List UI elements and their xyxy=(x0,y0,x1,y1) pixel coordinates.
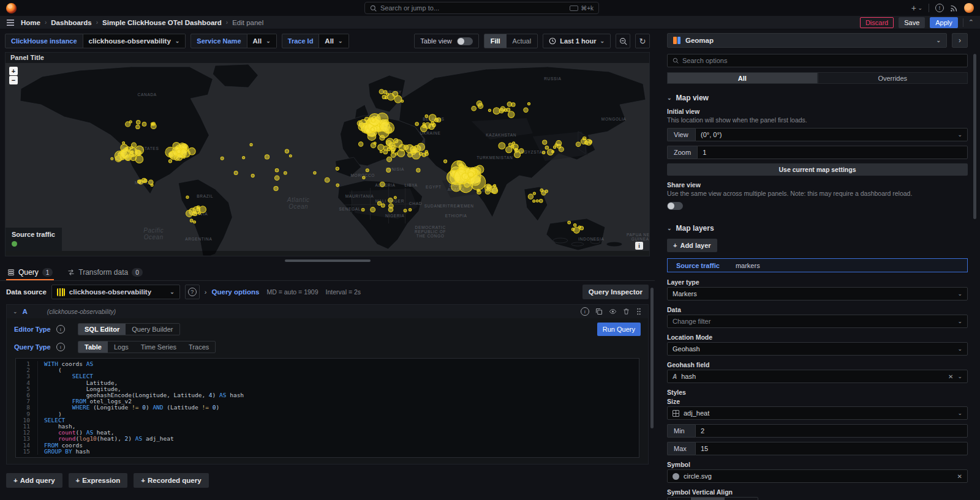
table-view-switch[interactable] xyxy=(457,37,473,45)
chevron-right-icon[interactable]: › xyxy=(205,288,207,296)
help-icon[interactable]: ! xyxy=(935,4,944,12)
max-input[interactable]: 15 xyxy=(695,442,968,455)
datasource-select[interactable]: clickhouse-observability ⌄ xyxy=(51,285,180,299)
chevron-down-icon[interactable]: ⌄ xyxy=(13,308,18,315)
clear-icon[interactable]: ✕ xyxy=(957,473,962,480)
breadcrumb-separator: › xyxy=(96,19,98,26)
search-input[interactable]: Search or jump to... ⌘+k xyxy=(364,2,599,14)
location-mode-select[interactable]: Geohash⌄ xyxy=(667,342,968,356)
visualization-picker[interactable]: Geomap ⌄ xyxy=(667,33,947,48)
query-help-icon[interactable]: i xyxy=(581,307,589,316)
view-select[interactable]: (0°, 0°)⌄ xyxy=(695,128,968,141)
actual-option[interactable]: Actual xyxy=(507,34,538,48)
map-zoom-in-button[interactable]: + xyxy=(9,67,18,75)
chevron-down-icon: ⌄ xyxy=(957,291,962,297)
breadcrumb-item[interactable]: Dashboards xyxy=(51,19,91,26)
data-filter-select[interactable]: Change filter⌄ xyxy=(667,315,968,328)
map-country-label: RUSSIA xyxy=(544,76,561,81)
time-range-picker[interactable]: Last 1 hour ⌄ xyxy=(543,34,611,48)
options-pane-scrollbar[interactable] xyxy=(973,54,976,219)
number-field-icon xyxy=(673,410,679,417)
query-type-time-series[interactable]: Time Series xyxy=(135,341,183,353)
search-shortcut: ⌘+k xyxy=(581,5,594,12)
map-country-label: CANADA xyxy=(138,92,157,97)
hide-response-eye-icon[interactable] xyxy=(609,308,617,315)
use-current-map-settings-button[interactable]: Use current map settings xyxy=(667,163,968,176)
world-map[interactable]: RUSSIACANADAUNITED STATESMEXICOBRAZILBOL… xyxy=(6,63,649,256)
query-builder-option[interactable]: Query Builder xyxy=(126,324,179,335)
query-options-toggle[interactable]: Query options xyxy=(212,288,260,296)
sql-editor[interactable]: 1WITH coords AS2 (3 SELECT4 Latitude,5 L… xyxy=(15,358,639,458)
tab-overrides[interactable]: Overrides xyxy=(818,72,968,84)
layer-row-source-traffic[interactable]: Source traffic markers xyxy=(667,258,968,272)
datasource-help-button[interactable]: ? xyxy=(185,285,200,299)
save-button[interactable]: Save xyxy=(899,17,925,28)
map-data-point xyxy=(221,157,224,160)
valign-bottom-option[interactable]: Bottom xyxy=(725,498,758,500)
add-button[interactable]: + ⌄ xyxy=(911,3,922,13)
expression-button[interactable]: +Expression xyxy=(69,473,128,488)
zoom-out-button[interactable] xyxy=(616,34,630,48)
info-icon[interactable]: i xyxy=(56,343,65,351)
recorded-query-button[interactable]: +Recorded query xyxy=(134,473,208,488)
map-layers-section-header[interactable]: ⌄ Map layers xyxy=(667,224,968,233)
remove-query-trash-icon[interactable] xyxy=(623,308,630,315)
geohash-field-select[interactable]: A hash ✕⌄ xyxy=(667,370,968,383)
discard-button[interactable]: Discard xyxy=(860,17,894,28)
add-layer-button[interactable]: +Add layer xyxy=(667,239,717,252)
query-row-header[interactable]: ⌄ A (clickhouse-observability) i xyxy=(7,305,648,318)
symbol-select[interactable]: circle.svg ✕ xyxy=(667,469,968,483)
map-data-point xyxy=(468,172,473,177)
left-pane-scrollbar[interactable] xyxy=(650,288,654,428)
map-data-point xyxy=(363,176,365,179)
panel-title[interactable]: Panel Title xyxy=(6,53,649,63)
query-inspector-button[interactable]: Query Inspector xyxy=(582,285,649,299)
map-view-section-header[interactable]: ⌄ Map view xyxy=(667,94,968,102)
zoom-input[interactable]: 1 xyxy=(697,146,968,159)
sql-editor-option[interactable]: SQL Editor xyxy=(78,324,126,335)
tab-query[interactable]: Query 1 xyxy=(6,264,54,280)
valign-center-option[interactable]: Center xyxy=(691,498,725,500)
filter-service-name-select[interactable]: All⌄ xyxy=(247,34,277,48)
map-data-point xyxy=(378,144,384,151)
query-type-table[interactable]: Table xyxy=(78,341,108,353)
map-data-point xyxy=(151,184,153,187)
news-icon[interactable] xyxy=(950,4,958,12)
share-view-switch[interactable] xyxy=(667,202,683,210)
tab-all[interactable]: All xyxy=(667,72,818,84)
min-input[interactable]: 2 xyxy=(695,424,968,438)
map-zoom-out-button[interactable]: − xyxy=(9,76,18,84)
symbol-vertical-align-label: Symbol Vertical Align xyxy=(667,488,968,496)
add-query-button[interactable]: +Add query xyxy=(6,473,62,488)
size-field-select[interactable]: adj_heat ⌄ xyxy=(667,406,968,420)
grafana-logo[interactable] xyxy=(6,3,17,13)
drag-handle-icon[interactable] xyxy=(636,308,642,315)
collapse-toolbar-icon[interactable]: ⌃ xyxy=(968,18,974,26)
options-search-input[interactable]: Search options xyxy=(667,54,968,67)
run-query-button[interactable]: Run Query xyxy=(597,323,641,336)
breadcrumb-item[interactable]: Home xyxy=(21,19,40,26)
refresh-button[interactable]: ↻ xyxy=(635,34,650,48)
layer-type-select[interactable]: Markers⌄ xyxy=(667,287,968,300)
collapse-options-pane-button[interactable]: › xyxy=(952,33,968,48)
menu-icon[interactable] xyxy=(6,19,15,26)
fill-option[interactable]: Fill xyxy=(484,34,507,48)
filter-clickhouse-instance-select[interactable]: clickhouse-observability⌄ xyxy=(83,34,186,48)
duplicate-query-icon[interactable] xyxy=(595,308,603,315)
map-data-point xyxy=(548,149,554,155)
tab-transform-data[interactable]: Transform data 0 xyxy=(66,264,143,280)
map-data-point xyxy=(325,177,330,182)
info-icon[interactable]: i xyxy=(56,325,65,334)
query-type-logs[interactable]: Logs xyxy=(108,341,135,353)
valign-top-option[interactable]: Top xyxy=(668,498,691,500)
chevron-down-icon: ⌄ xyxy=(957,132,962,138)
apply-button[interactable]: Apply xyxy=(930,17,958,28)
breadcrumb-item[interactable]: Simple ClickHouse OTel Dashboard xyxy=(102,19,222,26)
panel-resize-handle[interactable] xyxy=(285,259,371,262)
filter-trace-id-select[interactable]: All⌄ xyxy=(319,34,349,48)
map-info-button[interactable]: i xyxy=(635,242,643,250)
table-view-toggle[interactable]: Table view xyxy=(414,34,478,48)
query-type-traces[interactable]: Traces xyxy=(183,341,215,353)
user-avatar[interactable] xyxy=(964,3,974,13)
clear-icon[interactable]: ✕ xyxy=(948,373,953,380)
